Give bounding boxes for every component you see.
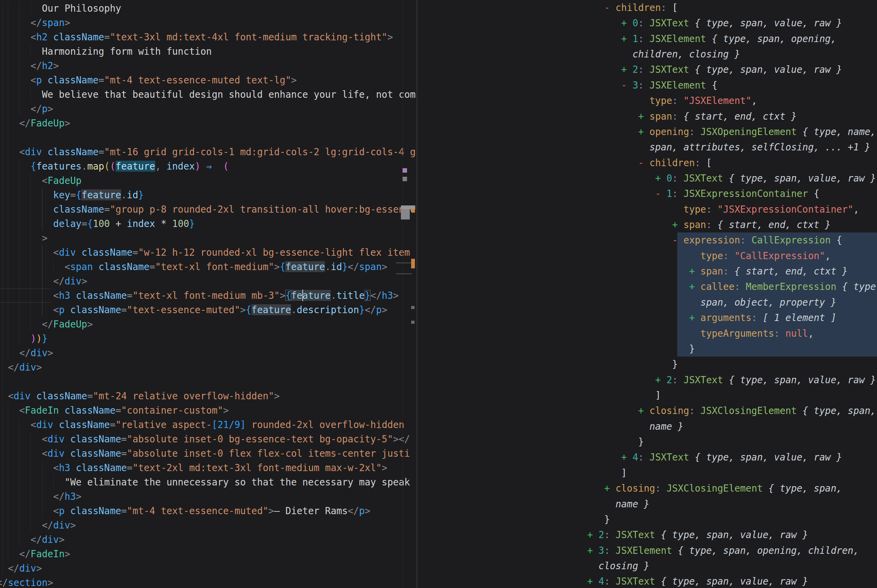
indent-guide [8, 518, 8, 532]
code-line[interactable]: </div> [0, 561, 416, 575]
expand-icon[interactable]: + [638, 111, 644, 122]
expand-icon[interactable]: + [655, 172, 661, 184]
ast-node-row[interactable]: + span: { start, end, ctxt } [417, 264, 877, 279]
expand-icon[interactable]: + [621, 452, 627, 462]
ast-node-row[interactable]: - 1: JSXExpressionContainer { [417, 186, 877, 201]
code-line[interactable]: className="group p-8 rounded-2xl transit… [0, 202, 416, 216]
ast-node-row[interactable]: + 0: JSXText { type, span, value, raw } [417, 171, 877, 186]
code-line[interactable]: <h3 className="text-2xl md:text-3xl font… [0, 460, 416, 475]
expand-icon[interactable]: + [689, 266, 695, 277]
ast-node-row[interactable]: + span: { start, end, ctxt } [417, 217, 877, 232]
code-line[interactable]: </div> [0, 274, 416, 288]
indent-guide [8, 231, 8, 245]
code-line[interactable]: <div className="w-12 h-12 rounded-xl bg-… [0, 245, 416, 260]
ast-node-row[interactable]: + 2: JSXText { type, span, value, raw } [417, 527, 877, 543]
expand-icon[interactable]: + [587, 545, 593, 556]
ast-node-row[interactable]: + 4: JSXText { type, span, value, raw } [417, 574, 877, 588]
code-line[interactable]: <div className="absolute inset-0 bg-esse… [0, 432, 416, 446]
code-line[interactable]: </h3> [0, 489, 416, 504]
ast-tree-panel[interactable]: - children: [ + 0: JSXText { type, span,… [417, 0, 877, 588]
ast-node-row[interactable]: + 2: JSXText { type, span, value, raw } [417, 372, 877, 388]
code-line[interactable]: </FadeUp> [0, 317, 416, 331]
ast-node-row[interactable]: + opening: JSXOpeningElement { type, nam… [417, 124, 877, 140]
collapse-icon[interactable]: - [672, 234, 678, 246]
code-line[interactable]: We believe that beautiful design should … [0, 87, 416, 102]
panel-divider[interactable] [417, 0, 417, 588]
ast-node-row[interactable]: - children: [ [417, 0, 877, 15]
code-line[interactable]: {features.map((feature, index) ⇒ ( [0, 159, 416, 173]
expand-icon[interactable]: + [672, 219, 678, 230]
code-line[interactable]: </div> [0, 518, 416, 532]
code-line[interactable]: </FadeUp> [0, 116, 416, 130]
ast-node-row[interactable]: - 3: JSXElement { [417, 78, 877, 93]
indent-guide [2, 288, 3, 303]
ast-node-row[interactable]: - expression: CallExpression { [417, 232, 877, 248]
expand-icon[interactable]: + [604, 483, 610, 494]
expand-icon[interactable]: + [689, 312, 695, 323]
code-line[interactable]: <div className="relative aspect-[21/9] r… [0, 417, 416, 432]
code-line[interactable]: Our Philosophy [0, 1, 416, 15]
collapse-icon[interactable]: - [604, 2, 610, 13]
expand-icon[interactable]: + [689, 281, 695, 292]
code-line[interactable]: "We eliminate the unnecessary so that th… [0, 475, 416, 489]
code-line[interactable]: <div className="mt-16 grid grid-cols-1 m… [0, 145, 416, 159]
ast-node-row[interactable]: + 3: JSXElement { type, span, opening, c… [417, 543, 877, 558]
ast-node-row[interactable]: + closing: JSXClosingElement { type, spa… [417, 403, 877, 418]
code-line[interactable]: key={feature.id} [0, 188, 416, 202]
ast-node-row[interactable]: + arguments: [ 1 element ] [417, 310, 877, 326]
collapse-icon[interactable]: - [655, 188, 661, 199]
collapse-icon[interactable]: - [638, 157, 644, 168]
indent-guide [19, 202, 20, 216]
code-line[interactable]: <div className="mt-24 relative overflow-… [0, 389, 416, 403]
code-line[interactable]: <p className="mt-4 text-essence-muted te… [0, 73, 416, 87]
ast-node-row[interactable]: - children: [ [417, 155, 877, 171]
ast-node-row[interactable]: + 2: JSXText { type, span, value, raw } [417, 62, 877, 77]
code-line[interactable]: Harmonizing form with function [0, 44, 416, 58]
code-line[interactable]: </p> [0, 102, 416, 116]
code-line[interactable]: </div> [0, 360, 416, 374]
expand-icon[interactable]: + [587, 576, 593, 586]
indent-guide [30, 432, 31, 446]
code-line[interactable]: delay={100 + index * 100} [0, 216, 416, 231]
code-line[interactable]: <p className="text-essence-muted">{featu… [0, 303, 416, 317]
code-line[interactable]: ))} [0, 331, 416, 346]
indent-guide [2, 116, 3, 130]
indent-guide [42, 303, 42, 317]
expand-icon[interactable]: + [655, 374, 661, 385]
code-line[interactable]: </h2> [0, 58, 416, 73]
code-line[interactable]: > [0, 231, 416, 245]
expand-icon[interactable]: + [587, 529, 593, 540]
code-line[interactable]: </span> [0, 15, 416, 30]
code-line[interactable]: </section> [0, 575, 416, 588]
code-editor-pane[interactable]: Our Philosophy </span> <h2 className="te… [0, 0, 417, 588]
collapse-icon[interactable]: - [621, 80, 627, 91]
code-line[interactable]: <h3 className="text-xl font-medium mb-3"… [0, 288, 416, 303]
ruler-mark-find [411, 259, 415, 268]
expand-icon[interactable]: + [638, 126, 644, 137]
code-line[interactable]: <FadeIn className="container-custom"> [0, 403, 416, 417]
code-line[interactable]: <h2 className="text-3xl md:text-4xl font… [0, 30, 416, 44]
ast-node-row[interactable]: + 4: JSXText { type, span, value, raw } [417, 450, 877, 465]
expand-icon[interactable]: + [621, 33, 627, 44]
indent-guide [30, 446, 31, 460]
expand-icon[interactable]: + [638, 405, 644, 416]
indent-guide [30, 216, 31, 231]
code-line[interactable]: </FadeIn> [0, 547, 416, 561]
code-line[interactable] [0, 130, 416, 145]
ast-node-row[interactable]: + 0: JSXText { type, span, value, raw } [417, 15, 877, 31]
ast-node-row[interactable]: + closing: JSXClosingElement { type, spa… [417, 481, 877, 496]
indent-guide [2, 58, 3, 73]
code-line[interactable]: </div> [0, 346, 416, 360]
ast-node-row[interactable]: + span: { start, end, ctxt } [417, 109, 877, 124]
ast-node-row[interactable]: + callee: MemberExpression { type, [417, 279, 877, 294]
code-line[interactable]: <div className="absolute inset-0 flex fl… [0, 446, 416, 460]
ast-node-row[interactable]: + 1: JSXElement { type, span, opening, [417, 31, 877, 46]
code-line[interactable]: <p className="mt-4 text-essence-muted">—… [0, 504, 416, 518]
indent-guide [2, 547, 3, 561]
code-line[interactable] [0, 374, 416, 389]
expand-icon[interactable]: + [621, 64, 627, 75]
code-line[interactable]: <span className="text-xl font-medium">{f… [0, 260, 416, 274]
code-line[interactable]: <FadeUp [0, 173, 416, 188]
code-line[interactable]: </div> [0, 532, 416, 547]
expand-icon[interactable]: + [621, 17, 627, 28]
